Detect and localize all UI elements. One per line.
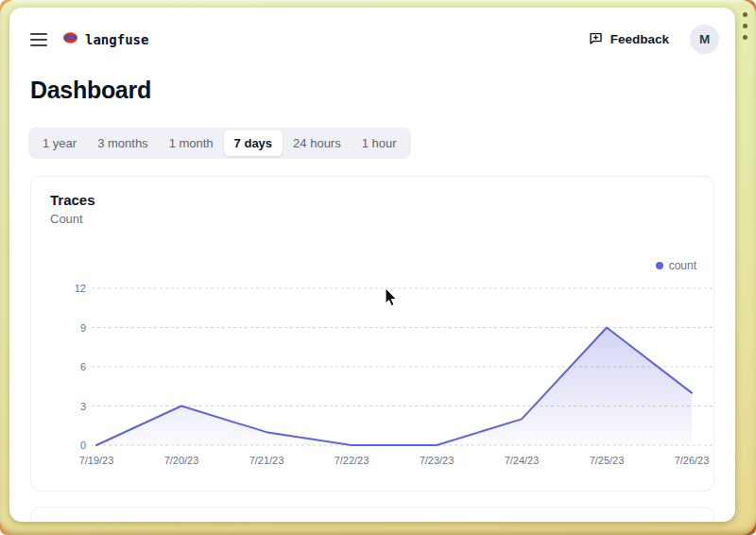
tab-24-hours[interactable]: 24 hours [283,130,352,156]
feedback-button[interactable]: Feedback [589,31,669,48]
x-axis-tick-label: 7/25/23 [590,455,625,466]
legend-label: count [669,259,696,272]
feedback-label: Feedback [610,32,669,46]
chart-legend[interactable]: count [656,259,696,272]
y-axis-tick-label: 0 [80,440,86,451]
dot-icon [743,12,747,17]
topbar-right: Feedback M [589,25,722,54]
traces-chart[interactable]: 0369127/19/237/20/237/21/237/22/237/23/2… [63,277,725,479]
traces-card: Traces Count count 0369127/19/237/20/237… [30,176,714,492]
y-axis-tick-label: 6 [80,361,86,372]
brand-logo[interactable]: langfuse [62,31,148,48]
gif-frame: langfuse Feedback M Dashbo [0,0,756,535]
next-card-peek [30,507,714,522]
tab-7-days[interactable]: 7 days [224,130,283,156]
card-subtitle: Count [31,208,713,226]
x-axis-tick-label: 7/19/23 [79,455,114,466]
y-axis-tick-label: 9 [80,322,86,334]
y-axis-tick-label: 3 [80,401,86,412]
feedback-bubble-icon [589,31,603,48]
hamburger-menu-icon[interactable] [30,33,47,46]
x-axis-tick-label: 7/20/23 [164,455,199,466]
frame-drag-dots[interactable] [743,12,747,40]
x-axis-tick-label: 7/21/23 [249,455,284,466]
tab-1-year[interactable]: 1 year [32,130,87,156]
x-axis-tick-label: 7/26/23 [675,455,710,466]
tab-3-months[interactable]: 3 months [87,130,158,156]
dot-icon [743,24,747,28]
tab-1-hour[interactable]: 1 hour [352,130,407,156]
brand-name: langfuse [85,32,148,47]
area-fill [96,328,692,446]
knot-logo-icon [62,31,78,48]
tab-1-month[interactable]: 1 month [159,130,224,156]
app-window: langfuse Feedback M Dashbo [9,8,735,522]
dot-icon [743,35,747,40]
top-navigation-bar: langfuse Feedback M [9,8,735,54]
y-axis-tick-label: 12 [75,283,86,294]
legend-dot-icon [656,262,663,269]
time-range-tabs: 1 year 3 months 1 month 7 days 24 hours … [28,128,411,159]
x-axis-tick-label: 7/22/23 [335,455,369,466]
x-axis-tick-label: 7/23/23 [420,455,455,466]
user-avatar[interactable]: M [690,25,719,54]
x-axis-tick-label: 7/24/23 [505,455,540,466]
card-title: Traces [31,177,713,208]
topbar-left: langfuse [30,31,148,48]
avatar-initial: M [699,32,710,46]
page-title: Dashboard [30,77,735,104]
